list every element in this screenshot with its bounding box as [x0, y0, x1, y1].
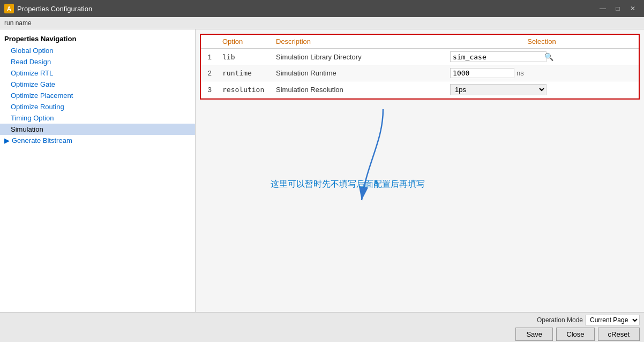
window-title: Properties Configuration	[17, 5, 596, 13]
lib-input[interactable]	[453, 53, 543, 61]
row-selection: ns	[445, 65, 639, 81]
save-button[interactable]: Save	[515, 328, 553, 341]
col-num	[201, 35, 217, 49]
runtime-input-container: ns	[450, 68, 633, 78]
content-area: Option Description Selection 1 lib Simul…	[196, 29, 644, 312]
app-icon: A	[4, 4, 14, 13]
sidebar-item-read-design[interactable]: Read Design	[0, 56, 195, 67]
expand-arrow-icon: ▶	[4, 136, 10, 145]
sidebar-item-generate-bitstream[interactable]: ▶ Generate Bitstream	[0, 135, 195, 146]
operation-mode-bar: Operation Mode Current Page All Pages	[0, 313, 644, 326]
sidebar-heading: Properties Navigation	[0, 33, 195, 45]
operation-mode-select[interactable]: Current Page All Pages	[585, 315, 640, 325]
annotation-area: 这里可以暂时先不填写后面配置后再填写	[196, 104, 644, 264]
action-buttons: Save Close cReset	[0, 326, 644, 342]
run-name-bar: run name	[0, 17, 644, 29]
sidebar-item-simulation[interactable]: Simulation	[0, 124, 195, 135]
row-option: runtime	[217, 65, 271, 81]
annotation-text: 这里可以暂时先不填写后面配置后再填写	[271, 179, 425, 190]
row-description: Simulation Library Directory	[271, 49, 445, 65]
search-icon-button[interactable]: 🔍	[543, 52, 555, 61]
sidebar: Properties Navigation Global Option Read…	[0, 29, 196, 312]
row-option: lib	[217, 49, 271, 65]
sidebar-item-global-option[interactable]: Global Option	[0, 45, 195, 56]
minimize-button[interactable]: —	[596, 3, 610, 14]
runtime-unit: ns	[516, 69, 524, 77]
sidebar-item-optimize-routing[interactable]: Optimize Routing	[0, 101, 195, 112]
col-description: Description	[271, 35, 445, 49]
row-num: 1	[201, 49, 217, 65]
resolution-select[interactable]: 1ps 10ps 100ps 1ns	[450, 84, 546, 95]
lib-input-container: 🔍	[450, 51, 546, 62]
runtime-input[interactable]	[450, 68, 514, 78]
sidebar-item-optimize-rtl[interactable]: Optimize RTL	[0, 67, 195, 79]
row-description: Simulation Resolution	[271, 81, 445, 98]
title-bar: A Properties Configuration — □ ✕	[0, 0, 644, 17]
operation-mode-label: Operation Mode	[537, 316, 583, 324]
row-description: Simulation Runtime	[271, 65, 445, 81]
row-num: 3	[201, 81, 217, 98]
reset-button[interactable]: cReset	[598, 328, 640, 341]
annotation-arrow	[351, 109, 415, 216]
sidebar-item-timing-option[interactable]: Timing Option	[0, 112, 195, 124]
sidebar-item-optimize-gate[interactable]: Optimize Gate	[0, 79, 195, 90]
maximize-button[interactable]: □	[611, 3, 625, 14]
col-selection: Selection	[445, 35, 639, 49]
main-area: Properties Navigation Global Option Read…	[0, 29, 644, 312]
row-num: 2	[201, 65, 217, 81]
properties-table-area: Option Description Selection 1 lib Simul…	[200, 34, 640, 100]
row-selection: 1ps 10ps 100ps 1ns	[445, 81, 639, 98]
table-row: 3 resolution Simulation Resolution 1ps 1…	[201, 81, 639, 98]
run-name-label: run name	[4, 19, 32, 27]
row-option: resolution	[217, 81, 271, 98]
table-row: 1 lib Simulation Library Directory 🔍	[201, 49, 639, 65]
close-button[interactable]: ✕	[626, 3, 640, 14]
row-selection: 🔍	[445, 49, 639, 65]
window-controls: — □ ✕	[596, 3, 640, 14]
col-option: Option	[217, 35, 271, 49]
sidebar-item-optimize-placement[interactable]: Optimize Placement	[0, 90, 195, 101]
bottom-bar: Operation Mode Current Page All Pages Sa…	[0, 312, 644, 342]
properties-table: Option Description Selection 1 lib Simul…	[201, 35, 639, 98]
close-button[interactable]: Close	[556, 328, 594, 341]
table-row: 2 runtime Simulation Runtime ns	[201, 65, 639, 81]
